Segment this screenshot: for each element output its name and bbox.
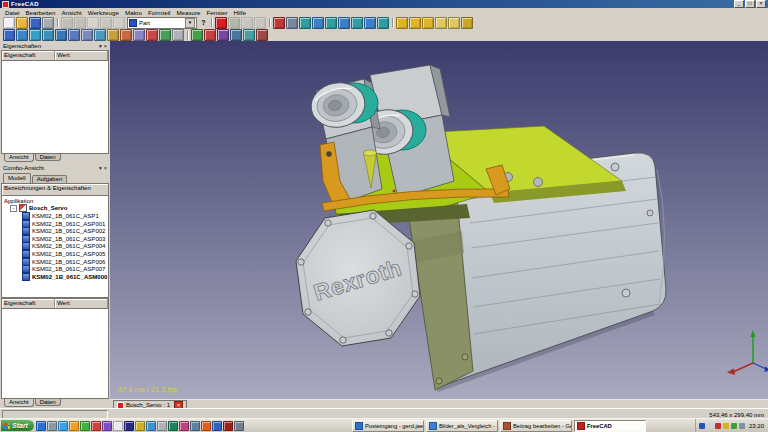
draw-style-icon[interactable] (286, 17, 298, 29)
refresh-icon[interactable] (87, 17, 99, 29)
measure-refresh-icon[interactable] (422, 17, 434, 29)
tree-item[interactable]: Applikation (2, 197, 108, 205)
dock-close-icon[interactable]: × (104, 43, 107, 49)
boolean-icon[interactable] (133, 29, 145, 41)
bottom-view-icon[interactable] (364, 17, 376, 29)
quicklaunch-browser-icon[interactable] (36, 421, 46, 431)
3d-viewport[interactable]: Rexroth 47.6 ms / 21.3 fps (110, 41, 768, 399)
part-box-icon[interactable] (3, 29, 15, 41)
column-wert[interactable]: Wert (55, 51, 108, 60)
task-button[interactable]: Posteingang - gerd.jaeg... (352, 420, 424, 432)
menu-item[interactable]: Bearbeiten (22, 9, 58, 16)
measure-linear-icon[interactable] (396, 17, 408, 29)
menu-item[interactable]: Makro (122, 9, 145, 16)
tree-item-label[interactable]: Bosch_Servo (29, 205, 67, 211)
menu-item[interactable]: Ansicht (58, 9, 84, 16)
tree-item-label[interactable]: KSM02_1B_061C_ASP002 (32, 228, 105, 234)
tab-ansicht[interactable]: Ansicht (4, 399, 34, 407)
boolean-cut-icon[interactable] (146, 29, 158, 41)
sweep-icon[interactable] (217, 29, 229, 41)
print-icon[interactable] (42, 17, 54, 29)
tree-item-label[interactable]: KSM02_1B_061C_ASP006 (32, 259, 105, 265)
tab-aufgaben[interactable]: Aufgaben (32, 175, 68, 183)
tree-item[interactable]: KSM02_1B_061C_ASM000 (2, 273, 108, 281)
part-sphere-icon[interactable] (29, 29, 41, 41)
tree-item-label[interactable]: KSM02_1B_061C_ASP004 (32, 243, 105, 249)
dock-pin-icon[interactable]: ▾ (99, 165, 102, 171)
tree-item[interactable]: KSM02_1B_061C_ASP1 (2, 212, 108, 220)
tab-daten[interactable]: Daten (35, 399, 61, 406)
quicklaunch-paint-icon[interactable] (179, 421, 189, 431)
quicklaunch-explorer-icon[interactable] (69, 421, 79, 431)
quicklaunch-burn-icon[interactable] (201, 421, 211, 431)
fit-all-icon[interactable] (273, 17, 285, 29)
tab-modell[interactable]: Modell (3, 173, 31, 183)
menu-item[interactable]: Hilfe (231, 9, 249, 16)
menu-item[interactable]: Measure (173, 9, 203, 16)
tree-item[interactable]: - Bosch_Servo (2, 205, 108, 213)
quicklaunch-office-icon[interactable] (135, 421, 145, 431)
paste-icon[interactable] (113, 17, 125, 29)
measure-toggle-3d-icon[interactable] (461, 17, 473, 29)
column-wert[interactable]: Wert (55, 299, 108, 308)
macro-record-icon[interactable] (215, 17, 227, 29)
tree-item[interactable]: KSM02_1B_061C_ASP005 (2, 250, 108, 258)
tray-antivirus-icon[interactable] (715, 423, 721, 429)
quicklaunch-archive-icon[interactable] (157, 421, 167, 431)
column-eigenschaft[interactable]: Eigenschaft (2, 51, 55, 60)
workbench-selector[interactable]: Part ▼ (127, 17, 197, 29)
tree-item[interactable]: KSM02_1B_061C_ASP003 (2, 235, 108, 243)
measure-toggle-icon[interactable] (448, 17, 460, 29)
macro-play-icon[interactable] (228, 17, 240, 29)
new-document-icon[interactable] (3, 17, 15, 29)
fillet-icon[interactable] (243, 29, 255, 41)
task-button[interactable]: Beitrag bearbeiten - Ge... (500, 420, 572, 432)
quicklaunch-dollar-icon[interactable] (124, 421, 134, 431)
whats-this-button[interactable]: ? (199, 18, 208, 28)
mirror-icon[interactable] (256, 29, 268, 41)
menu-item[interactable]: Fenster (204, 9, 231, 16)
measure-angular-icon[interactable] (409, 17, 421, 29)
column-eigenschaft[interactable]: Eigenschaft (2, 299, 55, 308)
part-torus-icon[interactable] (55, 29, 67, 41)
chevron-down-icon[interactable]: ▼ (185, 18, 195, 28)
minimize-button[interactable]: _ (734, 0, 744, 8)
tree-item-label[interactable]: KSM02_1B_061C_ASP1 (32, 213, 99, 219)
tree-item[interactable]: KSM02_1B_061C_ASP002 (2, 227, 108, 235)
tray-network-icon[interactable] (731, 423, 737, 429)
part-cone-icon[interactable] (42, 29, 54, 41)
tree-item[interactable]: KSM02_1B_061C_ASP006 (2, 258, 108, 266)
quicklaunch-cad-icon[interactable] (168, 421, 178, 431)
macro-edit-icon[interactable] (254, 17, 266, 29)
menu-item[interactable]: Datei (2, 9, 22, 16)
menu-item[interactable]: Werkzeuge (85, 9, 122, 16)
part-primitives-icon[interactable] (120, 29, 132, 41)
cut-icon[interactable] (100, 17, 112, 29)
import-icon[interactable] (191, 29, 203, 41)
tree-item[interactable]: KSM02_1B_061C_ASP007 (2, 265, 108, 273)
tree-item-label[interactable]: KSM02_1B_061C_ASM000 (32, 274, 107, 280)
export-icon[interactable] (204, 29, 216, 41)
undo-icon[interactable] (61, 17, 73, 29)
menu-item[interactable]: Formteil (145, 9, 173, 16)
tray-language-icon[interactable] (699, 423, 705, 429)
part-shapebuilder-icon[interactable] (107, 29, 119, 41)
top-view-icon[interactable] (325, 17, 337, 29)
tree-item-label[interactable]: KSM02_1B_061C_ASP007 (32, 266, 105, 272)
start-button[interactable]: Start (1, 420, 34, 431)
part-cylinder-icon[interactable] (16, 29, 28, 41)
dock-close-icon[interactable]: × (104, 165, 107, 171)
tray-volume-icon[interactable] (707, 423, 713, 429)
task-button[interactable]: FreeCAD (574, 420, 646, 432)
quicklaunch-media-icon[interactable] (80, 421, 90, 431)
tree-item[interactable]: KSM02_1B_061C_ASP004 (2, 243, 108, 251)
quicklaunch-misc-icon[interactable] (234, 421, 244, 431)
tab-daten[interactable]: Daten (35, 154, 61, 161)
boolean-union-icon[interactable] (159, 29, 171, 41)
task-button[interactable]: Bilder_als_Vergleich - Fr... (426, 420, 498, 432)
tree-item-label[interactable]: KSM02_1B_061C_ASP005 (32, 251, 105, 257)
loft-icon[interactable] (230, 29, 242, 41)
quicklaunch-pdf-icon[interactable] (223, 421, 233, 431)
quicklaunch-tool2-icon[interactable] (102, 421, 112, 431)
quicklaunch-tool1-icon[interactable] (91, 421, 101, 431)
